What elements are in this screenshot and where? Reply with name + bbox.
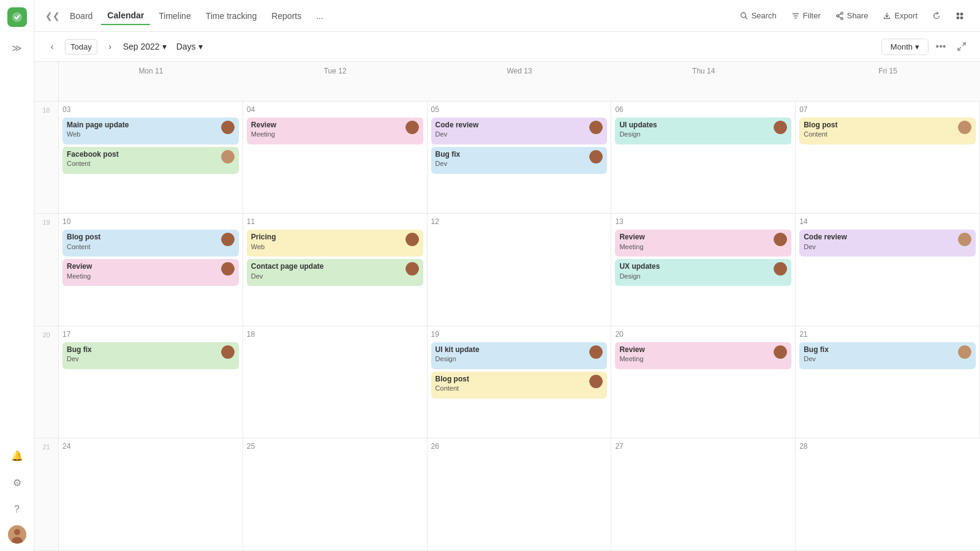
day-column-header: Fri 15: [796, 62, 980, 102]
event-card[interactable]: ReviewMeeting: [62, 259, 239, 286]
calendar-day[interactable]: 25: [243, 438, 428, 551]
event-title: Code review: [804, 233, 958, 242]
sidebar-expand-icon[interactable]: ≫: [6, 37, 28, 59]
event-card[interactable]: Blog postContent: [431, 372, 608, 399]
refresh-action[interactable]: [926, 9, 947, 23]
more-options-button[interactable]: •••: [932, 38, 949, 55]
day-column-header: Wed 13: [428, 62, 612, 102]
svg-point-43: [225, 235, 230, 240]
event-title: Review: [619, 233, 774, 242]
day-events: Code reviewDevBug fixDev: [431, 118, 608, 174]
event-card[interactable]: ReviewMeeting: [615, 342, 791, 369]
event-category: Content: [435, 384, 590, 392]
week-number: 20: [34, 326, 59, 439]
nav-timetracking[interactable]: Time tracking: [200, 7, 263, 24]
event-card[interactable]: Blog postContent: [62, 230, 239, 257]
expand-button[interactable]: [953, 38, 970, 55]
month-label: Sep 2022: [123, 42, 160, 51]
event-info: ReviewMeeting: [251, 121, 405, 138]
event-card[interactable]: Bug fixDev: [62, 342, 239, 369]
calendar-grid-container: Mon 11Tue 12Wed 13Thu 14Fri 151803Main p…: [34, 62, 980, 551]
calendar-day[interactable]: 21Bug fixDev: [796, 326, 980, 439]
calendar-day[interactable]: 14Code reviewDev: [796, 214, 980, 326]
calendar-day[interactable]: 04ReviewMeeting: [243, 102, 428, 214]
nav-calendar[interactable]: Calendar: [101, 7, 150, 25]
calendar-day[interactable]: 18: [243, 326, 428, 439]
calendar-day[interactable]: 13ReviewMeetingUX updatesDesign: [611, 214, 796, 326]
svg-point-2: [14, 529, 20, 535]
calendar-day[interactable]: 27: [611, 438, 796, 551]
calendar-day[interactable]: 26: [428, 438, 612, 551]
calendar-day[interactable]: 03Main page updateWebFacebook postConten…: [59, 102, 243, 214]
calendar-day[interactable]: 19UI kit updateDesignBlog postContent: [428, 326, 612, 439]
calendar-day[interactable]: 24: [59, 438, 243, 551]
calendar-day[interactable]: 10Blog postContentReviewMeeting: [59, 214, 243, 326]
event-info: Code reviewDev: [435, 121, 590, 138]
days-selector[interactable]: Days ▾: [176, 42, 203, 51]
event-card[interactable]: Bug fixDev: [431, 147, 608, 174]
month-selector[interactable]: Sep 2022 ▾: [123, 42, 167, 51]
event-avatar: [774, 345, 787, 359]
today-button[interactable]: Today: [65, 39, 97, 54]
event-card[interactable]: Code reviewDev: [431, 118, 608, 144]
day-number: 18: [247, 330, 423, 339]
user-avatar[interactable]: [8, 525, 26, 544]
view-dropdown-icon: ▾: [915, 42, 919, 51]
app-logo[interactable]: [7, 7, 27, 27]
calendar-day[interactable]: 05Code reviewDevBug fixDev: [428, 102, 612, 214]
event-avatar: [405, 233, 419, 246]
top-nav: ❮❮ Board Calendar Timeline Time tracking…: [34, 0, 980, 32]
nav-reports[interactable]: Reports: [265, 7, 307, 24]
layout-action[interactable]: [949, 9, 970, 23]
event-card[interactable]: Code reviewDev: [799, 230, 976, 257]
day-events: Code reviewDev: [799, 230, 976, 257]
export-action[interactable]: Export: [876, 8, 924, 23]
event-card[interactable]: UI updatesDesign: [615, 118, 791, 144]
event-title: Review: [67, 262, 221, 272]
event-card[interactable]: PricingWeb: [247, 230, 423, 257]
nav-board[interactable]: Board: [64, 7, 99, 24]
event-info: ReviewMeeting: [619, 233, 774, 250]
calendar-day[interactable]: 12: [428, 214, 612, 326]
event-card[interactable]: UX updatesDesign: [615, 259, 791, 286]
prev-button[interactable]: ‹: [44, 39, 60, 54]
calendar-day[interactable]: 20ReviewMeeting: [611, 326, 796, 439]
settings-icon[interactable]: ⚙: [6, 471, 28, 493]
event-card[interactable]: ReviewMeeting: [615, 230, 791, 257]
calendar-day[interactable]: 07Blog postContent: [796, 102, 980, 214]
svg-point-28: [410, 123, 415, 128]
event-category: Meeting: [67, 272, 221, 280]
event-card[interactable]: Main page updateWeb: [62, 118, 239, 144]
event-card[interactable]: ReviewMeeting: [247, 118, 423, 144]
event-info: Facebook postContent: [67, 150, 221, 168]
event-card[interactable]: UI kit updateDesign: [431, 342, 608, 369]
day-column-header: Thu 14: [611, 62, 796, 102]
search-action[interactable]: Search: [734, 8, 783, 23]
calendar-day[interactable]: 28: [796, 438, 980, 551]
filter-action[interactable]: Filter: [785, 8, 827, 23]
event-card[interactable]: Bug fixDev: [799, 342, 976, 369]
event-title: Contact page update: [251, 262, 405, 272]
view-month-button[interactable]: Month ▾: [881, 39, 929, 55]
calendar-day[interactable]: 06UI updatesDesign: [611, 102, 796, 214]
help-icon[interactable]: ?: [6, 498, 28, 520]
svg-point-11: [840, 17, 843, 20]
nav-collapse-button[interactable]: ❮❮: [44, 7, 61, 24]
next-button[interactable]: ›: [102, 39, 118, 54]
event-card[interactable]: Blog postContent: [799, 118, 976, 144]
event-title: Bug fix: [435, 150, 590, 160]
nav-more[interactable]: ...: [310, 7, 330, 24]
event-card[interactable]: Facebook postContent: [62, 147, 239, 174]
share-label: Share: [847, 11, 869, 20]
calendar-day[interactable]: 11PricingWebContact page updateDev: [243, 214, 428, 326]
share-action[interactable]: Share: [829, 8, 875, 23]
event-category: Meeting: [251, 130, 405, 138]
calendar-day[interactable]: 17Bug fixDev: [59, 326, 243, 439]
event-info: Blog postContent: [804, 121, 958, 138]
notification-icon[interactable]: 🔔: [6, 444, 28, 467]
nav-timeline[interactable]: Timeline: [153, 7, 197, 24]
event-card[interactable]: Contact page updateDev: [247, 259, 423, 286]
day-number: 03: [62, 105, 239, 114]
event-title: Bug fix: [804, 345, 958, 355]
day-number: 26: [431, 442, 608, 451]
